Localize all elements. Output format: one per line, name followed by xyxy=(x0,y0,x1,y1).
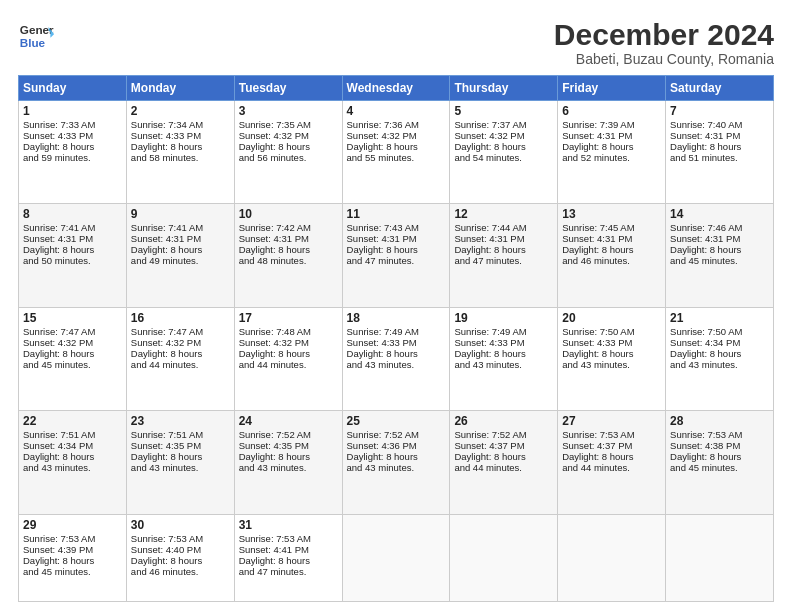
calendar-week-2: 8Sunrise: 7:41 AMSunset: 4:31 PMDaylight… xyxy=(19,204,774,307)
day-info-line: and 55 minutes. xyxy=(347,152,446,163)
day-number: 10 xyxy=(239,207,338,221)
day-info-line: Daylight: 8 hours xyxy=(562,141,661,152)
calendar-cell: 15Sunrise: 7:47 AMSunset: 4:32 PMDayligh… xyxy=(19,307,127,410)
day-info-line: Sunrise: 7:49 AM xyxy=(347,326,446,337)
day-info-line: Sunset: 4:31 PM xyxy=(454,233,553,244)
day-info-line: Sunset: 4:41 PM xyxy=(239,544,338,555)
day-info-line: Daylight: 8 hours xyxy=(131,451,230,462)
calendar-cell: 6Sunrise: 7:39 AMSunset: 4:31 PMDaylight… xyxy=(558,101,666,204)
day-info-line: Sunrise: 7:34 AM xyxy=(131,119,230,130)
day-info-line: and 48 minutes. xyxy=(239,255,338,266)
day-info-line: Daylight: 8 hours xyxy=(131,244,230,255)
day-info-line: and 43 minutes. xyxy=(131,462,230,473)
day-number: 31 xyxy=(239,518,338,532)
day-info-line: Sunset: 4:32 PM xyxy=(23,337,122,348)
day-info-line: and 44 minutes. xyxy=(562,462,661,473)
calendar-cell: 25Sunrise: 7:52 AMSunset: 4:36 PMDayligh… xyxy=(342,411,450,514)
day-number: 18 xyxy=(347,311,446,325)
day-number: 22 xyxy=(23,414,122,428)
day-info-line: Sunrise: 7:52 AM xyxy=(239,429,338,440)
day-info-line: Daylight: 8 hours xyxy=(454,451,553,462)
calendar-body: 1Sunrise: 7:33 AMSunset: 4:33 PMDaylight… xyxy=(19,101,774,602)
day-info-line: Sunset: 4:35 PM xyxy=(239,440,338,451)
day-info-line: Sunrise: 7:41 AM xyxy=(23,222,122,233)
day-info-line: Daylight: 8 hours xyxy=(454,348,553,359)
day-number: 7 xyxy=(670,104,769,118)
col-header-saturday: Saturday xyxy=(666,76,774,101)
day-info-line: Daylight: 8 hours xyxy=(131,141,230,152)
day-number: 20 xyxy=(562,311,661,325)
logo-icon: General Blue xyxy=(18,18,54,54)
calendar-cell: 14Sunrise: 7:46 AMSunset: 4:31 PMDayligh… xyxy=(666,204,774,307)
day-info-line: Sunrise: 7:35 AM xyxy=(239,119,338,130)
day-info-line: Sunrise: 7:50 AM xyxy=(562,326,661,337)
calendar-cell: 18Sunrise: 7:49 AMSunset: 4:33 PMDayligh… xyxy=(342,307,450,410)
day-info-line: Daylight: 8 hours xyxy=(347,141,446,152)
day-info-line: and 44 minutes. xyxy=(239,359,338,370)
day-info-line: Sunrise: 7:41 AM xyxy=(131,222,230,233)
day-info-line: Daylight: 8 hours xyxy=(454,141,553,152)
day-info-line: Daylight: 8 hours xyxy=(562,348,661,359)
calendar-cell: 20Sunrise: 7:50 AMSunset: 4:33 PMDayligh… xyxy=(558,307,666,410)
day-info-line: and 52 minutes. xyxy=(562,152,661,163)
calendar-week-1: 1Sunrise: 7:33 AMSunset: 4:33 PMDaylight… xyxy=(19,101,774,204)
day-number: 26 xyxy=(454,414,553,428)
day-info-line: Daylight: 8 hours xyxy=(239,244,338,255)
day-info-line: and 51 minutes. xyxy=(670,152,769,163)
col-header-friday: Friday xyxy=(558,76,666,101)
day-info-line: and 45 minutes. xyxy=(23,566,122,577)
calendar-cell xyxy=(342,514,450,602)
col-header-thursday: Thursday xyxy=(450,76,558,101)
day-number: 23 xyxy=(131,414,230,428)
day-number: 25 xyxy=(347,414,446,428)
day-info-line: and 43 minutes. xyxy=(670,359,769,370)
day-number: 19 xyxy=(454,311,553,325)
main-title: December 2024 xyxy=(554,18,774,51)
calendar-cell: 28Sunrise: 7:53 AMSunset: 4:38 PMDayligh… xyxy=(666,411,774,514)
day-number: 1 xyxy=(23,104,122,118)
day-info-line: Sunset: 4:31 PM xyxy=(131,233,230,244)
calendar-week-3: 15Sunrise: 7:47 AMSunset: 4:32 PMDayligh… xyxy=(19,307,774,410)
day-info-line: Sunset: 4:33 PM xyxy=(347,337,446,348)
day-number: 27 xyxy=(562,414,661,428)
day-number: 15 xyxy=(23,311,122,325)
day-info-line: Sunrise: 7:53 AM xyxy=(562,429,661,440)
day-info-line: and 43 minutes. xyxy=(347,462,446,473)
day-info-line: Sunrise: 7:53 AM xyxy=(239,533,338,544)
col-header-wednesday: Wednesday xyxy=(342,76,450,101)
day-info-line: Sunrise: 7:49 AM xyxy=(454,326,553,337)
day-info-line: Sunset: 4:32 PM xyxy=(347,130,446,141)
day-info-line: Sunset: 4:32 PM xyxy=(239,337,338,348)
calendar-week-4: 22Sunrise: 7:51 AMSunset: 4:34 PMDayligh… xyxy=(19,411,774,514)
day-info-line: Daylight: 8 hours xyxy=(347,244,446,255)
day-info-line: Sunrise: 7:45 AM xyxy=(562,222,661,233)
calendar-cell: 3Sunrise: 7:35 AMSunset: 4:32 PMDaylight… xyxy=(234,101,342,204)
day-info-line: Sunset: 4:31 PM xyxy=(670,130,769,141)
day-info-line: Sunset: 4:39 PM xyxy=(23,544,122,555)
day-info-line: Daylight: 8 hours xyxy=(239,555,338,566)
day-info-line: Daylight: 8 hours xyxy=(347,348,446,359)
day-info-line: Sunrise: 7:36 AM xyxy=(347,119,446,130)
day-info-line: Sunset: 4:34 PM xyxy=(23,440,122,451)
day-number: 17 xyxy=(239,311,338,325)
day-info-line: and 47 minutes. xyxy=(454,255,553,266)
day-number: 11 xyxy=(347,207,446,221)
day-info-line: Daylight: 8 hours xyxy=(131,348,230,359)
day-info-line: Sunset: 4:37 PM xyxy=(454,440,553,451)
day-info-line: Sunset: 4:31 PM xyxy=(23,233,122,244)
calendar-cell: 7Sunrise: 7:40 AMSunset: 4:31 PMDaylight… xyxy=(666,101,774,204)
day-info-line: and 44 minutes. xyxy=(454,462,553,473)
day-info-line: Sunset: 4:35 PM xyxy=(131,440,230,451)
day-info-line: Sunset: 4:31 PM xyxy=(562,233,661,244)
day-info-line: and 46 minutes. xyxy=(562,255,661,266)
day-number: 13 xyxy=(562,207,661,221)
day-info-line: Sunset: 4:34 PM xyxy=(670,337,769,348)
calendar-cell: 10Sunrise: 7:42 AMSunset: 4:31 PMDayligh… xyxy=(234,204,342,307)
calendar-cell: 23Sunrise: 7:51 AMSunset: 4:35 PMDayligh… xyxy=(126,411,234,514)
calendar-table: SundayMondayTuesdayWednesdayThursdayFrid… xyxy=(18,75,774,602)
day-info-line: Daylight: 8 hours xyxy=(23,348,122,359)
calendar-header-row: SundayMondayTuesdayWednesdayThursdayFrid… xyxy=(19,76,774,101)
day-number: 30 xyxy=(131,518,230,532)
day-info-line: Sunset: 4:33 PM xyxy=(23,130,122,141)
day-number: 8 xyxy=(23,207,122,221)
